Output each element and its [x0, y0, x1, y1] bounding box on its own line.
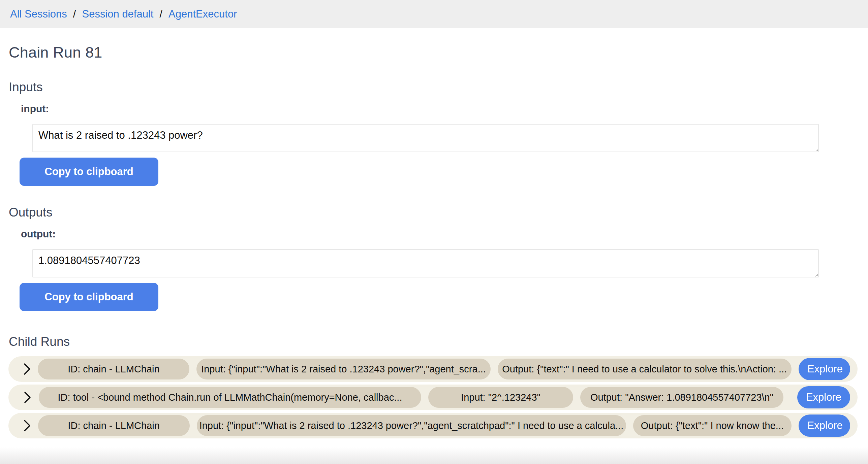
run-output-badge: Output: "Answer: 1.0891804557407723\n" [580, 387, 783, 408]
child-run-row: ID: chain - LLMChain Input: {"input":"Wh… [8, 356, 858, 382]
run-input-badge: Input: {"input":"What is 2 raised to .12… [196, 359, 490, 379]
run-id-badge: ID: chain - LLMChain [38, 415, 190, 436]
inputs-heading: Inputs [9, 80, 859, 94]
outputs-section: Outputs output: 1.0891804557407723 Copy … [9, 205, 859, 311]
output-textarea[interactable]: 1.0891804557407723 [32, 249, 819, 277]
inputs-section: Inputs input: What is 2 raised to .12324… [9, 80, 859, 186]
outputs-heading: Outputs [9, 205, 859, 220]
run-input-badge: Input: {"input":"What is 2 raised to .12… [197, 415, 626, 436]
breadcrumb-link-session-default[interactable]: Session default [82, 8, 153, 20]
breadcrumb-separator: / [159, 8, 162, 20]
input-field-label: input: [21, 103, 859, 114]
chevron-right-icon [24, 363, 31, 375]
main-content: Chain Run 81 Inputs input: What is 2 rai… [0, 44, 868, 438]
run-output-badge: Output: {"text":" I need to use a calcul… [498, 359, 792, 379]
run-output-badge: Output: {"text":" I now know the... [633, 415, 791, 436]
copy-output-button[interactable]: Copy to clipboard [20, 283, 158, 311]
chevron-right-icon [24, 391, 31, 403]
breadcrumb-separator: / [73, 8, 76, 20]
explore-run-button[interactable]: Explore [797, 386, 850, 408]
child-runs-list: ID: chain - LLMChain Input: {"input":"Wh… [8, 356, 859, 438]
run-input-badge: Input: "2^.123243" [428, 387, 573, 408]
breadcrumb-link-all-sessions[interactable]: All Sessions [10, 8, 67, 20]
child-runs-section: Child Runs ID: chain - LLMChain Input: {… [9, 335, 859, 438]
child-run-row: ID: tool - <bound method Chain.run of LL… [8, 385, 858, 410]
copy-input-button[interactable]: Copy to clipboard [20, 158, 158, 186]
expand-run-button[interactable] [17, 420, 38, 432]
bottom-fade [0, 447, 868, 464]
explore-run-button[interactable]: Explore [799, 358, 850, 380]
child-runs-heading: Child Runs [9, 335, 859, 349]
run-id-badge: ID: tool - <bound method Chain.run of LL… [39, 387, 421, 408]
page-title: Chain Run 81 [9, 44, 859, 61]
expand-run-button[interactable] [17, 391, 39, 403]
input-textarea[interactable]: What is 2 raised to .123243 power? [32, 124, 819, 152]
breadcrumb: All Sessions / Session default / AgentEx… [0, 0, 868, 28]
expand-run-button[interactable] [17, 363, 38, 375]
output-field-label: output: [21, 228, 859, 240]
explore-run-button[interactable]: Explore [799, 415, 850, 437]
chevron-right-icon [24, 420, 31, 432]
breadcrumb-link-agent-executor[interactable]: AgentExecutor [168, 8, 237, 20]
child-run-row: ID: chain - LLMChain Input: {"input":"Wh… [8, 413, 858, 438]
run-id-badge: ID: chain - LLMChain [38, 359, 189, 379]
